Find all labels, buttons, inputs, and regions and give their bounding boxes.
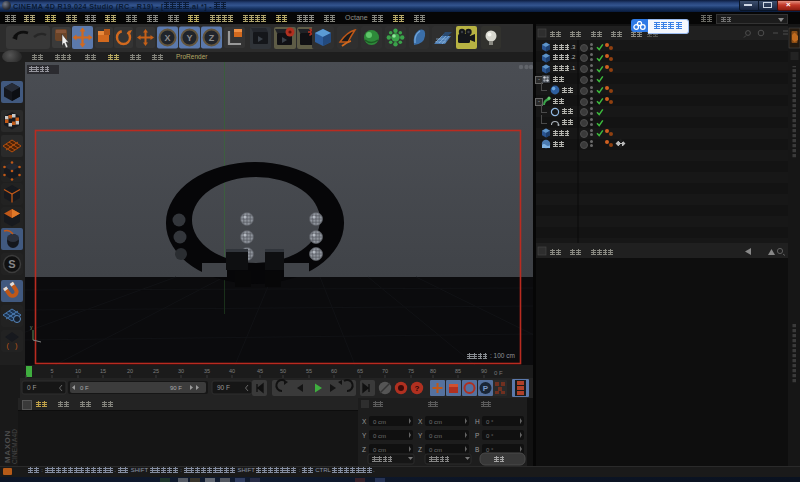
svg-text:Z: Z: [418, 446, 422, 453]
svg-text:80: 80: [430, 368, 436, 374]
svg-text:P: P: [475, 432, 479, 439]
svg-text:Y: Y: [186, 33, 192, 43]
svg-text:15: 15: [100, 368, 106, 374]
svg-text:20: 20: [127, 368, 133, 374]
svg-text:0 cm: 0 cm: [373, 433, 386, 439]
svg-text:0 cm: 0 cm: [429, 419, 442, 425]
svg-text:0 °: 0 °: [486, 419, 494, 425]
svg-text:85: 85: [455, 368, 461, 374]
svg-text:65: 65: [357, 368, 363, 374]
svg-text:H: H: [475, 418, 480, 425]
svg-text:?: ?: [415, 384, 420, 393]
svg-text:25: 25: [153, 368, 159, 374]
svg-text:0 cm: 0 cm: [373, 419, 386, 425]
svg-text:0 cm: 0 cm: [373, 447, 386, 453]
svg-text:0 F: 0 F: [80, 385, 89, 391]
svg-text:35: 35: [204, 368, 210, 374]
svg-text:10: 10: [75, 368, 81, 374]
svg-text:X: X: [164, 33, 170, 43]
svg-text:0 °: 0 °: [486, 433, 494, 439]
svg-text:Y: Y: [418, 432, 423, 439]
svg-text:Z: Z: [362, 446, 366, 453]
svg-text:70: 70: [382, 368, 388, 374]
svg-text:55: 55: [306, 368, 312, 374]
svg-text:90: 90: [481, 368, 487, 374]
svg-text:90 F: 90 F: [170, 385, 182, 391]
svg-text:Z: Z: [209, 33, 215, 43]
svg-text:0 °: 0 °: [486, 447, 494, 453]
svg-text:0 cm: 0 cm: [429, 433, 442, 439]
svg-text:75: 75: [408, 368, 414, 374]
svg-text:Y: Y: [362, 432, 367, 439]
svg-text:S: S: [8, 258, 15, 270]
svg-text:60: 60: [331, 368, 337, 374]
svg-text:( ): ( ): [6, 342, 19, 350]
svg-text:0 F: 0 F: [27, 384, 36, 391]
svg-text:0 F: 0 F: [494, 370, 503, 376]
svg-text:90 F: 90 F: [217, 384, 230, 391]
svg-text:P: P: [483, 384, 489, 393]
svg-text:X: X: [362, 418, 367, 425]
svg-text:B: B: [475, 446, 479, 453]
svg-text:50: 50: [280, 368, 286, 374]
svg-text:5: 5: [50, 368, 53, 374]
svg-text:45: 45: [257, 368, 263, 374]
svg-text:0 cm: 0 cm: [429, 447, 442, 453]
svg-text:30: 30: [178, 368, 184, 374]
svg-text:40: 40: [229, 368, 235, 374]
svg-text:X: X: [418, 418, 423, 425]
